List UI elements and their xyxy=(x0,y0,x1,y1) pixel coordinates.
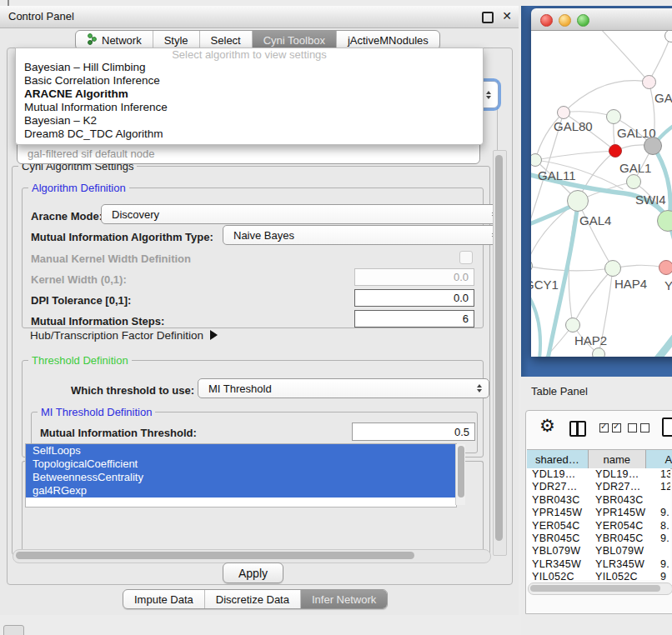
tab-impute-data[interactable]: Impute Data xyxy=(123,590,205,608)
mi-steps-value: 6 xyxy=(463,312,469,325)
network-edge xyxy=(531,266,613,271)
data-attributes-list[interactable]: SelfLoopsTopologicalCoefficientBetweenne… xyxy=(25,443,457,508)
network-node-gal4[interactable] xyxy=(567,190,589,212)
kernel-width-value: 0.0 xyxy=(454,271,469,283)
scrollbar-thumb[interactable] xyxy=(458,446,464,498)
table-row[interactable]: YBR045CYBR045C9. xyxy=(527,532,670,545)
mi-threshold-field[interactable]: 0.5 xyxy=(352,422,475,441)
table-row[interactable]: YBL079WYBL079W xyxy=(527,545,670,558)
table-horizontal-scrollbar[interactable] xyxy=(528,582,672,595)
column-header-a[interactable]: A xyxy=(646,450,672,468)
attribute-item-topologicalcoefficient[interactable]: TopologicalCoefficient xyxy=(26,458,456,471)
network-node-y[interactable] xyxy=(659,260,672,275)
window-minimize-button[interactable] xyxy=(559,14,571,27)
network-node-hap2[interactable] xyxy=(565,318,580,332)
which-threshold-select[interactable]: MI Threshold xyxy=(198,378,489,398)
tab-label: jActiveMNodules xyxy=(348,34,429,47)
network-node-gal80[interactable] xyxy=(557,106,570,119)
table-cell: YDR27… xyxy=(595,481,641,492)
network-node-gal[interactable] xyxy=(642,75,656,89)
mi-threshold-value: 0.5 xyxy=(454,426,469,438)
scrollbar-thumb[interactable] xyxy=(530,585,660,592)
tab-select[interactable]: Select xyxy=(200,31,253,49)
collapsed-right-arrow-icon[interactable] xyxy=(210,330,218,340)
network-node[interactable] xyxy=(592,348,605,357)
table-row[interactable]: YLR345WYLR345W9. xyxy=(527,558,670,571)
network-node[interactable] xyxy=(644,137,662,155)
scrollbar-thumb[interactable] xyxy=(16,552,414,559)
tab-discretize-data[interactable]: Discretize Data xyxy=(205,590,301,608)
dpi-tolerance-field[interactable]: 0.0 xyxy=(354,289,474,307)
algorithm-option-bayesian-hill-climbing[interactable]: Bayesian – Hill Climbing xyxy=(16,61,483,74)
network-view[interactable]: GALGAL80GAL10GAL1GAL11SWI4GAL4GCY1HAP4YH… xyxy=(531,31,672,357)
attribute-item-selfloops[interactable]: SelfLoops xyxy=(26,444,456,458)
network-node-hap4[interactable] xyxy=(604,260,621,277)
table-cell: YLR345W xyxy=(595,558,644,570)
apply-button[interactable]: Apply xyxy=(223,562,283,583)
control-panel-titlebar[interactable]: Control Panel ✕ xyxy=(0,6,519,28)
table-cell: YBR045C xyxy=(532,532,580,544)
kernel-width-field[interactable]: 0.0 xyxy=(354,268,474,286)
network-node-gal1[interactable] xyxy=(609,144,622,158)
hub-definition-label: Hub/Transcription Factor Definition xyxy=(30,329,203,342)
network-edge xyxy=(573,268,613,325)
window-close-button[interactable] xyxy=(540,14,553,27)
gear-icon[interactable]: ⚙ xyxy=(539,416,555,436)
scrollbar-thumb[interactable] xyxy=(495,155,503,541)
table-cell: 9. xyxy=(660,532,669,544)
mi-threshold-label: Mutual Information Threshold: xyxy=(40,427,197,439)
tab-jactivemnodules[interactable]: jActiveMNodules xyxy=(337,31,439,49)
table-cell: YLR345W xyxy=(532,558,581,570)
algorithm-option-mutual-information-inference[interactable]: Mutual Information Inference xyxy=(16,101,483,114)
attribute-item-gal4rgexp[interactable]: gal4RGexp xyxy=(26,484,456,498)
aracne-mode-label: Aracne Mode: xyxy=(31,210,103,222)
table-cell: YDR27… xyxy=(532,481,578,492)
tab-style[interactable]: Style xyxy=(153,31,200,49)
tab-network[interactable]: Network xyxy=(76,31,153,49)
mi-steps-field[interactable]: 6 xyxy=(354,310,474,328)
algorithm-dropdown[interactable]: Select algorithm to view settings Bayesi… xyxy=(15,48,484,145)
table-cell: YPR145W xyxy=(595,507,645,518)
manual-kernel-checkbox[interactable] xyxy=(459,251,473,264)
app-root: Control Panel ✕ gal-filtered sif default… xyxy=(0,0,672,635)
settings-horizontal-scrollbar[interactable] xyxy=(13,549,491,563)
table-row[interactable]: YBR043CYBR043C xyxy=(527,494,670,507)
column-header-shared[interactable]: shared… xyxy=(527,450,589,468)
tab-infer-network[interactable]: Infer Network xyxy=(301,590,387,608)
network-window[interactable]: GALGAL80GAL10GAL1GAL11SWI4GAL4GCY1HAP4YH… xyxy=(531,8,672,357)
mi-algorithm-type-select[interactable]: Naive Bayes xyxy=(223,225,504,245)
hub-definition-toggle[interactable]: Hub/Transcription Factor Definition xyxy=(30,329,218,342)
table-row[interactable]: YDR27…YDR27…12 xyxy=(527,481,670,493)
tab-cyni-toolbox[interactable]: Cyni Toolbox xyxy=(253,31,337,49)
node-label-gal4: GAL4 xyxy=(579,213,611,228)
network-selector-value: gal-filtered sif default node xyxy=(28,148,154,160)
aracne-mode-select[interactable]: Discovery xyxy=(101,204,504,224)
show-columns-icon[interactable] xyxy=(599,423,621,432)
network-node[interactable] xyxy=(626,174,641,189)
network-node-gal10[interactable] xyxy=(606,109,621,124)
hide-columns-icon[interactable] xyxy=(628,423,649,432)
attribute-item-betweennesscentrality[interactable]: BetweennessCentrality xyxy=(26,471,456,484)
attributes-list-scrollbar[interactable] xyxy=(455,444,465,505)
table-row[interactable]: YER054CYER054C8. xyxy=(527,520,670,532)
kernel-width-label: Kernel Width (0,1): xyxy=(31,273,127,286)
table-row[interactable]: YPR145WYPR145W9. xyxy=(527,507,670,519)
algorithm-option-bayesian-k2[interactable]: Bayesian – K2 xyxy=(16,114,483,128)
collapsed-panel-button[interactable] xyxy=(3,625,24,635)
float-panel-icon[interactable] xyxy=(482,12,494,23)
window-zoom-button[interactable] xyxy=(577,14,589,27)
table-cell: YIL052C xyxy=(532,571,574,580)
algorithm-option-basic-correlation-inference[interactable]: Basic Correlation Inference xyxy=(16,74,483,88)
algorithm-option-dream8-dc-tdc-algorithm[interactable]: Dream8 DC_TDC Algorithm xyxy=(16,128,483,141)
algorithm-option-aracne-algorithm[interactable]: ARACNE Algorithm xyxy=(16,88,483,101)
table-row[interactable]: YIL052CYIL052C9 xyxy=(527,571,670,580)
column-header-name[interactable]: name xyxy=(589,450,646,468)
split-columns-icon[interactable] xyxy=(569,421,586,437)
table-cell: YBL079W xyxy=(532,545,580,557)
settings-vertical-scrollbar[interactable] xyxy=(493,150,507,556)
combo-stepper-icon xyxy=(486,91,491,99)
document-icon[interactable] xyxy=(662,418,672,437)
table-row[interactable]: YDL19…YDL19…13 xyxy=(527,468,670,481)
network-window-titlebar[interactable] xyxy=(531,8,672,31)
close-panel-icon[interactable]: ✕ xyxy=(502,9,512,22)
